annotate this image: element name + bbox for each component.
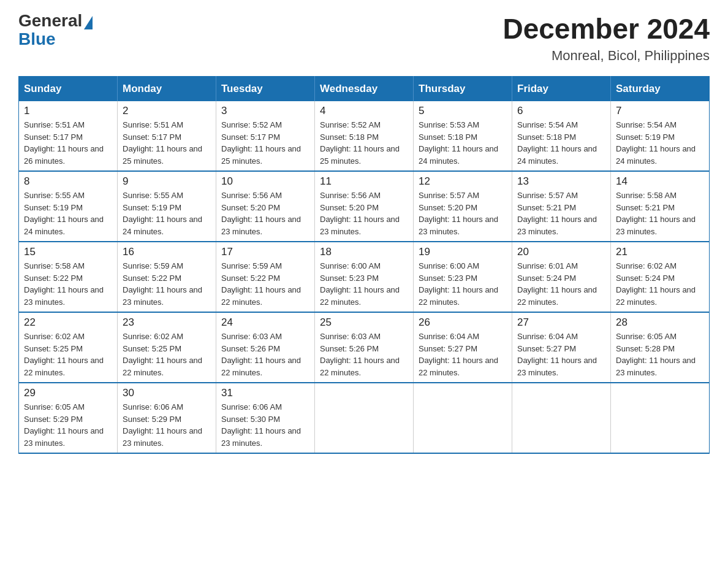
day-info: Sunrise: 6:06 AMSunset: 5:29 PMDaylight:… <box>123 402 202 448</box>
week-row-3: 15Sunrise: 5:58 AMSunset: 5:22 PMDayligh… <box>19 242 710 312</box>
day-number: 2 <box>123 105 211 117</box>
week-row-4: 22Sunrise: 6:02 AMSunset: 5:25 PMDayligh… <box>19 312 710 383</box>
calendar-cell: 21Sunrise: 6:02 AMSunset: 5:24 PMDayligh… <box>611 242 710 312</box>
calendar-cell: 3Sunrise: 5:52 AMSunset: 5:17 PMDaylight… <box>216 101 315 171</box>
day-number: 4 <box>320 105 408 117</box>
calendar-cell: 11Sunrise: 5:56 AMSunset: 5:20 PMDayligh… <box>315 171 414 242</box>
day-number: 17 <box>221 246 309 258</box>
day-number: 5 <box>419 105 507 117</box>
calendar-table: SundayMondayTuesdayWednesdayThursdayFrid… <box>18 76 710 454</box>
title-section: December 2024Monreal, Bicol, Philippines <box>502 12 710 64</box>
day-info: Sunrise: 5:51 AMSunset: 5:17 PMDaylight:… <box>123 120 202 166</box>
month-year-title: December 2024 <box>502 12 710 45</box>
calendar-cell <box>611 383 710 453</box>
header-day-thursday: Thursday <box>414 77 512 102</box>
day-info: Sunrise: 5:54 AMSunset: 5:18 PMDaylight:… <box>517 120 597 166</box>
day-info: Sunrise: 6:03 AMSunset: 5:26 PMDaylight:… <box>221 332 301 377</box>
day-info: Sunrise: 5:51 AMSunset: 5:17 PMDaylight:… <box>24 120 104 166</box>
calendar-cell: 10Sunrise: 5:56 AMSunset: 5:20 PMDayligh… <box>216 171 315 242</box>
day-info: Sunrise: 6:03 AMSunset: 5:26 PMDaylight:… <box>320 332 400 377</box>
day-number: 20 <box>517 246 605 258</box>
logo: GeneralBlue <box>18 12 93 48</box>
day-number: 11 <box>320 175 408 188</box>
logo-general-text: General <box>18 12 82 29</box>
day-number: 3 <box>221 105 309 117</box>
calendar-cell <box>414 383 512 453</box>
day-number: 28 <box>616 316 704 329</box>
calendar-cell: 14Sunrise: 5:58 AMSunset: 5:21 PMDayligh… <box>611 171 710 242</box>
day-number: 19 <box>419 246 507 258</box>
header-row: SundayMondayTuesdayWednesdayThursdayFrid… <box>19 77 710 102</box>
calendar-cell: 18Sunrise: 6:00 AMSunset: 5:23 PMDayligh… <box>315 242 414 312</box>
calendar-cell: 6Sunrise: 5:54 AMSunset: 5:18 PMDaylight… <box>512 101 611 171</box>
day-info: Sunrise: 5:54 AMSunset: 5:19 PMDaylight:… <box>616 120 696 166</box>
calendar-cell: 19Sunrise: 6:00 AMSunset: 5:23 PMDayligh… <box>414 242 512 312</box>
calendar-cell: 2Sunrise: 5:51 AMSunset: 5:17 PMDaylight… <box>118 101 216 171</box>
day-info: Sunrise: 6:04 AMSunset: 5:27 PMDaylight:… <box>419 332 498 377</box>
day-info: Sunrise: 6:00 AMSunset: 5:23 PMDaylight:… <box>320 261 400 307</box>
day-number: 12 <box>419 175 507 188</box>
day-number: 25 <box>320 316 408 329</box>
day-info: Sunrise: 6:05 AMSunset: 5:28 PMDaylight:… <box>616 332 696 377</box>
calendar-cell: 27Sunrise: 6:04 AMSunset: 5:27 PMDayligh… <box>512 312 611 383</box>
day-number: 22 <box>24 316 112 329</box>
day-number: 23 <box>123 316 211 329</box>
header-day-monday: Monday <box>118 77 216 102</box>
calendar-cell: 20Sunrise: 6:01 AMSunset: 5:24 PMDayligh… <box>512 242 611 312</box>
day-number: 9 <box>123 175 211 188</box>
day-number: 21 <box>616 246 704 258</box>
day-number: 7 <box>616 105 704 117</box>
location-title: Monreal, Bicol, Philippines <box>502 48 710 64</box>
calendar-cell: 30Sunrise: 6:06 AMSunset: 5:29 PMDayligh… <box>118 383 216 453</box>
calendar-cell <box>512 383 611 453</box>
day-info: Sunrise: 5:55 AMSunset: 5:19 PMDaylight:… <box>123 191 202 236</box>
calendar-cell: 29Sunrise: 6:05 AMSunset: 5:29 PMDayligh… <box>19 383 118 453</box>
day-number: 18 <box>320 246 408 258</box>
day-number: 30 <box>123 387 211 399</box>
day-number: 16 <box>123 246 211 258</box>
day-number: 1 <box>24 105 112 117</box>
calendar-body: 1Sunrise: 5:51 AMSunset: 5:17 PMDaylight… <box>19 101 710 453</box>
day-info: Sunrise: 5:56 AMSunset: 5:20 PMDaylight:… <box>320 191 400 236</box>
day-info: Sunrise: 6:02 AMSunset: 5:25 PMDaylight:… <box>24 332 104 377</box>
calendar-cell: 28Sunrise: 6:05 AMSunset: 5:28 PMDayligh… <box>611 312 710 383</box>
calendar-cell: 25Sunrise: 6:03 AMSunset: 5:26 PMDayligh… <box>315 312 414 383</box>
header-day-sunday: Sunday <box>19 77 118 102</box>
header-day-wednesday: Wednesday <box>315 77 414 102</box>
day-number: 31 <box>221 387 309 399</box>
calendar-cell: 1Sunrise: 5:51 AMSunset: 5:17 PMDaylight… <box>19 101 118 171</box>
logo-blue-text: Blue <box>18 31 56 48</box>
day-info: Sunrise: 5:57 AMSunset: 5:21 PMDaylight:… <box>517 191 597 236</box>
day-number: 13 <box>517 175 605 188</box>
day-info: Sunrise: 5:58 AMSunset: 5:22 PMDaylight:… <box>24 261 104 307</box>
day-number: 10 <box>221 175 309 188</box>
day-info: Sunrise: 6:06 AMSunset: 5:30 PMDaylight:… <box>221 402 301 448</box>
day-number: 15 <box>24 246 112 258</box>
day-info: Sunrise: 5:59 AMSunset: 5:22 PMDaylight:… <box>123 261 202 307</box>
day-info: Sunrise: 6:02 AMSunset: 5:25 PMDaylight:… <box>123 332 202 377</box>
calendar-cell: 8Sunrise: 5:55 AMSunset: 5:19 PMDaylight… <box>19 171 118 242</box>
header-day-saturday: Saturday <box>611 77 710 102</box>
logo-triangle-icon <box>84 16 93 29</box>
calendar-header: SundayMondayTuesdayWednesdayThursdayFrid… <box>19 77 710 102</box>
day-info: Sunrise: 5:58 AMSunset: 5:21 PMDaylight:… <box>616 191 696 236</box>
day-info: Sunrise: 5:59 AMSunset: 5:22 PMDaylight:… <box>221 261 301 307</box>
day-info: Sunrise: 5:52 AMSunset: 5:17 PMDaylight:… <box>221 120 301 166</box>
day-number: 6 <box>517 105 605 117</box>
day-info: Sunrise: 5:53 AMSunset: 5:18 PMDaylight:… <box>419 120 498 166</box>
week-row-5: 29Sunrise: 6:05 AMSunset: 5:29 PMDayligh… <box>19 383 710 453</box>
calendar-cell: 31Sunrise: 6:06 AMSunset: 5:30 PMDayligh… <box>216 383 315 453</box>
day-info: Sunrise: 6:02 AMSunset: 5:24 PMDaylight:… <box>616 261 696 307</box>
day-info: Sunrise: 5:55 AMSunset: 5:19 PMDaylight:… <box>24 191 104 236</box>
day-number: 27 <box>517 316 605 329</box>
calendar-cell: 26Sunrise: 6:04 AMSunset: 5:27 PMDayligh… <box>414 312 512 383</box>
day-info: Sunrise: 6:00 AMSunset: 5:23 PMDaylight:… <box>419 261 498 307</box>
day-info: Sunrise: 6:01 AMSunset: 5:24 PMDaylight:… <box>517 261 597 307</box>
calendar-cell: 7Sunrise: 5:54 AMSunset: 5:19 PMDaylight… <box>611 101 710 171</box>
day-number: 14 <box>616 175 704 188</box>
day-number: 24 <box>221 316 309 329</box>
calendar-cell: 9Sunrise: 5:55 AMSunset: 5:19 PMDaylight… <box>118 171 216 242</box>
day-info: Sunrise: 6:05 AMSunset: 5:29 PMDaylight:… <box>24 402 104 448</box>
day-info: Sunrise: 5:52 AMSunset: 5:18 PMDaylight:… <box>320 120 400 166</box>
calendar-cell: 15Sunrise: 5:58 AMSunset: 5:22 PMDayligh… <box>19 242 118 312</box>
